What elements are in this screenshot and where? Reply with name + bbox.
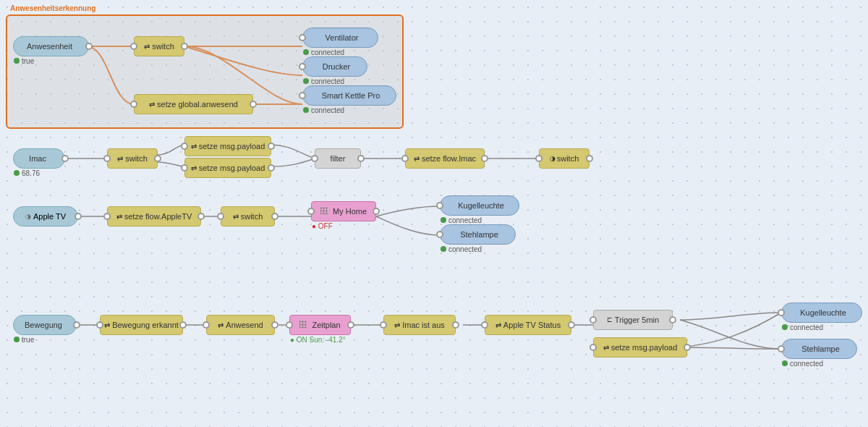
node-kugelleuchte-r3-sublabel: connected — [441, 216, 482, 224]
node-my-home[interactable]: My Home ● OFF — [311, 201, 376, 221]
node-trigger-5min-label: Trigger 5min — [615, 316, 659, 324]
function-icon-r4a: ⇄ — [104, 321, 110, 329]
grid-icon — [320, 207, 328, 214]
port-left — [436, 231, 443, 238]
node-setze-flow-imac[interactable]: ⇄ setze flow.Imac — [405, 148, 485, 169]
node-switch-g1[interactable]: ⇄ switch — [134, 36, 184, 56]
node-kugelleuchte-r4[interactable]: Kugelleuchte connected — [781, 303, 862, 323]
port-right — [250, 101, 257, 108]
function-icon-r3a: ⇄ — [116, 213, 122, 221]
port-left — [778, 345, 785, 352]
function-icon-r4e: ⇄ — [603, 344, 609, 352]
port-left — [181, 164, 188, 172]
node-zeitplan-sublabel: ● ON Sun: -41.2° — [290, 336, 346, 344]
node-kugelleuchte-r4-label: Kugelleuchte — [800, 308, 846, 317]
function-icon-r4b: ⇄ — [218, 321, 224, 329]
node-apple-tv-status[interactable]: ⇄ Apple TV Status — [485, 315, 571, 335]
port-right — [75, 213, 82, 220]
port-left — [130, 101, 137, 108]
port-right — [271, 321, 278, 329]
dot-green — [14, 170, 20, 176]
port-right — [268, 143, 275, 150]
port-right — [181, 43, 188, 50]
node-setze-global[interactable]: ⇄ setze global.anwesend — [134, 94, 253, 114]
dot-green — [14, 337, 20, 342]
node-smart-kettle[interactable]: Smart Kettle Pro connected — [302, 85, 396, 106]
port-right — [357, 155, 365, 162]
node-switch-r3[interactable]: ⇄ switch — [221, 206, 275, 227]
port-left — [590, 344, 597, 351]
port-left — [299, 34, 306, 41]
node-stehlampe-r3-sublabel: connected — [441, 245, 482, 253]
port-right — [568, 321, 575, 329]
grid-icon-z — [299, 321, 307, 328]
node-stehlampe-r3[interactable]: Stehlampe connected — [440, 224, 516, 245]
port-left — [286, 321, 293, 329]
port-left — [299, 92, 306, 99]
switch-icon-r2: ⇄ — [117, 155, 123, 163]
node-apple-tv[interactable]: ◑ Apple TV — [13, 206, 78, 227]
port-left — [401, 155, 409, 162]
dot-green — [782, 324, 788, 330]
port-left — [103, 155, 111, 162]
node-stehlampe-r4[interactable]: Stehlampe connected — [781, 339, 857, 359]
node-zeitplan-label: Zeitplan — [312, 321, 340, 329]
node-setze-flow-appletv-label: setze flow.AppleTV — [124, 212, 192, 221]
function-icon-r4d: ⇄ — [495, 321, 501, 329]
port-right — [73, 321, 80, 329]
dot-green — [303, 78, 309, 84]
group-label: Anwesenheitserkennung — [10, 4, 95, 12]
node-filter-label: filter — [331, 154, 346, 163]
node-setze-msg-2[interactable]: ⇄ setze msg.payload — [184, 158, 271, 178]
node-switch-r2e-label: switch — [557, 154, 579, 163]
node-switch-r2e[interactable]: ◑ switch — [539, 148, 590, 169]
port-right — [268, 164, 275, 172]
node-bewegung-erkannt-label: Bewegung erkannt — [112, 321, 179, 329]
node-kugelleuchte-r4-sublabel: connected — [782, 324, 823, 331]
port-right — [452, 321, 459, 329]
node-kugelleuchte-r3[interactable]: Kugelleuchte connected — [440, 195, 519, 216]
node-apple-tv-label: Apple TV — [33, 212, 66, 221]
dot-red-text: ● OFF — [312, 222, 333, 230]
node-anwesenheit[interactable]: Anwesenheit true — [13, 36, 89, 56]
node-ventilator[interactable]: Ventilator connected — [302, 28, 378, 48]
node-ventilator-sublabel: connected — [303, 48, 344, 56]
node-bewegung[interactable]: Bewegung true — [13, 315, 77, 335]
node-anwesend[interactable]: ⇄ Anwesend — [206, 315, 275, 335]
node-zeitplan[interactable]: Zeitplan ● ON Sun: -41.2° — [289, 315, 351, 335]
port-left — [130, 43, 137, 50]
node-stehlampe-r4-label: Stehlampe — [801, 344, 840, 353]
node-my-home-sublabel: ● OFF — [312, 222, 333, 230]
port-right — [347, 321, 354, 329]
function-icon-r2a: ⇄ — [191, 143, 197, 151]
port-right — [85, 43, 93, 50]
node-setze-msg-1[interactable]: ⇄ setze msg.payload — [184, 136, 271, 156]
node-setze-msg-1-label: setze msg.payload — [199, 142, 265, 151]
port-right — [586, 155, 593, 162]
node-drucker-sublabel: connected — [303, 77, 344, 85]
node-setze-msg-r4[interactable]: ⇄ setze msg.payload — [593, 337, 687, 358]
node-imac[interactable]: Imac 68.76 — [13, 148, 65, 169]
port-right — [271, 213, 278, 220]
switch-icon-g1: ⇄ — [144, 43, 150, 51]
switch-icon-r3: ⇄ — [233, 213, 239, 221]
node-apple-tv-status-label: Apple TV Status — [503, 321, 561, 329]
node-trigger-5min[interactable]: ⊏ Trigger 5min — [593, 310, 673, 330]
dot-green — [441, 246, 446, 252]
node-switch-g1-label: switch — [152, 42, 174, 51]
node-filter[interactable]: filter — [315, 148, 361, 169]
port-left — [103, 213, 111, 220]
node-setze-flow-appletv[interactable]: ⇄ setze flow.AppleTV — [107, 206, 201, 227]
node-imac-ist-aus[interactable]: ⇄ Imac ist aus — [383, 315, 456, 335]
node-anwesenheit-label: Anwesenheit — [27, 42, 72, 51]
node-switch-r2[interactable]: ⇄ switch — [107, 148, 158, 169]
function-icon-r4c: ⇄ — [394, 321, 400, 329]
port-left — [311, 155, 318, 162]
node-bewegung-erkannt[interactable]: ⇄ Bewegung erkannt — [100, 315, 183, 335]
node-drucker[interactable]: Drucker connected — [302, 56, 367, 77]
port-left — [96, 321, 103, 329]
dot-green-text: ● ON Sun: -41.2° — [290, 336, 346, 344]
node-bewegung-label: Bewegung — [25, 321, 62, 329]
node-my-home-label: My Home — [333, 207, 367, 216]
node-bewegung-sublabel: true — [14, 336, 34, 344]
